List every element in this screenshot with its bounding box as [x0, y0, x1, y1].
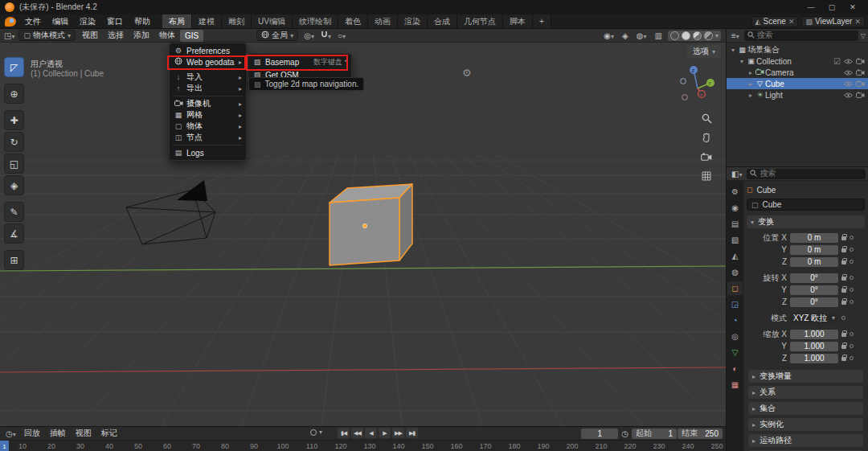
object-name-field[interactable]: ▢ Cube [747, 199, 865, 211]
render-visibility-icon[interactable] [856, 68, 865, 77]
value-field[interactable]: 0 m [790, 245, 838, 255]
lock-icon[interactable] [841, 357, 846, 361]
play-reverse-button[interactable]: ◀ [365, 428, 377, 438]
value-field[interactable]: 0° [790, 273, 838, 283]
render-visibility-icon[interactable] [856, 91, 865, 100]
section-header-运动路径[interactable]: ▸运动路径 [748, 434, 863, 447]
workspace-tab-着色[interactable]: 着色 [338, 14, 368, 28]
timeline-editor-icon[interactable]: ◷▾ [3, 429, 18, 438]
eye-visibility-icon[interactable] [844, 68, 853, 77]
section-header-实例化[interactable]: ▸实例化 [748, 418, 863, 431]
menu-文件[interactable]: 文件 [19, 14, 47, 28]
value-field[interactable]: 0 m [790, 233, 838, 243]
cube-object[interactable] [330, 184, 412, 265]
render-visibility-icon[interactable] [856, 80, 865, 88]
filter-icon[interactable]: ▽ [861, 32, 866, 39]
gis-menu-item-导入[interactable]: ↓导入▸ [170, 72, 246, 83]
keying-controls[interactable]: ▾ [310, 428, 322, 436]
rendered-shading-icon[interactable] [704, 31, 713, 40]
editor-type-icon[interactable]: ◳▾ [2, 31, 17, 40]
outliner-row-light[interactable]: ▸☀Light [727, 89, 868, 100]
view-layer-selector[interactable]: ▧ ViewLayer ✕ [801, 16, 865, 27]
gizmo-neg-axis[interactable] [681, 79, 686, 84]
view-layer-properties-tab[interactable]: ▧ [727, 233, 743, 247]
submenu-item-basemap[interactable]: ▨Basemap数字键盘 * [248, 55, 351, 68]
outliner-row-camera[interactable]: ▸Camera [727, 67, 868, 78]
mode-dropdown-field[interactable]: XYZ 欧拉▾ [790, 314, 838, 323]
section-header-关系[interactable]: ▸关系 [748, 386, 863, 399]
outliner-editor-icon[interactable]: ≡▾ [729, 31, 742, 40]
workspace-tab-动画[interactable]: 动画 [368, 14, 398, 28]
lock-icon[interactable] [841, 236, 846, 240]
workspace-tab-几何节点[interactable]: 几何节点 [457, 14, 503, 28]
value-field[interactable]: 1.000 [790, 354, 838, 363]
unlink-scene-icon[interactable]: ✕ [788, 18, 795, 26]
world-properties-tab[interactable]: ◍ [727, 265, 743, 279]
workspace-tab-UV编辑[interactable]: UV编辑 [252, 14, 293, 28]
workspace-tab-脚本[interactable]: 脚本 [503, 14, 533, 28]
proportional-edit-icon[interactable]: ○▾ [335, 31, 348, 40]
disclosure-arrow-icon[interactable]: ▸ [747, 92, 755, 99]
gis-menu-item-logs[interactable]: ▤Logs [170, 147, 246, 158]
workspace-tab-纹理绘制[interactable]: 纹理绘制 [293, 14, 338, 28]
gis-menu-item-物体[interactable]: ▢物体▸ [170, 121, 246, 132]
menu-渲染[interactable]: 渲染 [74, 14, 101, 28]
value-field[interactable]: 0° [790, 285, 838, 295]
eye-visibility-icon[interactable] [844, 57, 853, 66]
value-field[interactable]: 1.000 [790, 342, 838, 351]
timeline-menu-插帧[interactable]: 插帧 [45, 428, 71, 439]
minimize-button[interactable]: — [800, 0, 821, 14]
scene-selector[interactable]: ◭ Scene ✕ [751, 16, 799, 27]
blender-menu-icon[interactable] [5, 17, 16, 27]
gis-menu-item-导出[interactable]: ↑导出▸ [170, 83, 246, 94]
render-properties-tab[interactable]: ◉ [727, 201, 743, 215]
lock-icon[interactable] [841, 333, 846, 337]
transform-section-header[interactable]: ▾ 变换 [747, 215, 865, 228]
tweak-select-tool[interactable]: ◸ [4, 57, 24, 77]
next-keyframe-button[interactable]: ▶▶ [392, 428, 404, 438]
gis-menu-item-web-geodata[interactable]: Web geodata▸ [170, 56, 246, 68]
animate-decorator-icon[interactable] [841, 316, 845, 320]
ortho-grid-icon[interactable] [700, 170, 713, 182]
object-visibility-icon[interactable]: ◉▾ [601, 31, 616, 40]
eye-visibility-icon[interactable] [844, 91, 853, 100]
animate-decorator-icon[interactable] [850, 236, 854, 240]
workspace-tab-合成[interactable]: 合成 [428, 14, 457, 28]
value-field[interactable]: 0 m [790, 257, 838, 267]
measure-tool[interactable]: ∡ [4, 223, 24, 244]
gis-menu-item-节点[interactable]: ◫节点▸ [170, 132, 246, 143]
xray-toggle-icon[interactable]: ▥ [653, 31, 665, 40]
workspace-tab-雕刻[interactable]: 雕刻 [222, 14, 252, 28]
move-tool[interactable]: ✚ [4, 110, 24, 130]
viewport-menu-选择[interactable]: 选择 [103, 30, 129, 42]
properties-editor-icon[interactable]: ◧▾ [729, 170, 744, 178]
object-data-properties-tab[interactable]: ▽ [727, 346, 743, 359]
zoom-icon[interactable] [700, 112, 713, 125]
play-button[interactable]: ▶ [379, 428, 391, 438]
lock-icon[interactable] [841, 289, 846, 293]
animate-decorator-icon[interactable] [850, 356, 854, 360]
animate-decorator-icon[interactable] [850, 344, 854, 348]
gizmo-neg-axis[interactable] [682, 95, 687, 100]
properties-search-input[interactable]: 搜索 [747, 169, 866, 179]
checkbox-checked-icon[interactable]: ☑ [833, 57, 841, 66]
outliner-row-场景集合[interactable]: ▾▦场景集合 [727, 44, 868, 55]
animate-decorator-icon[interactable] [850, 260, 854, 264]
transform-tool[interactable]: ◈ [4, 175, 24, 195]
menu-窗口[interactable]: 窗口 [101, 14, 129, 28]
close-button[interactable]: ✕ [842, 0, 863, 14]
disclosure-arrow-icon[interactable]: ▾ [738, 58, 746, 65]
current-frame-field[interactable]: 1 [581, 428, 618, 439]
navigation-gizmo[interactable]: Y Z × [666, 60, 714, 109]
animate-decorator-icon[interactable] [850, 276, 854, 280]
magnet-snap-icon[interactable]: ▾ [318, 31, 334, 40]
section-header-变换增量[interactable]: ▸变换增量 [748, 370, 863, 383]
output-properties-tab[interactable]: ▤ [727, 217, 743, 231]
tool-properties-tab[interactable]: ⚙ [727, 185, 743, 199]
section-header-集合[interactable]: ▸集合 [748, 402, 863, 415]
maximize-button[interactable]: ▢ [821, 0, 842, 14]
workspace-tab-+[interactable]: + [533, 14, 551, 28]
timeline-ruler[interactable]: 1 10203040506070809010011012013014015016… [0, 440, 726, 451]
menu-帮助[interactable]: 帮助 [129, 14, 156, 28]
viewport-3d[interactable]: ⚙ 用户透视 (1) Collection | Cube 选项 ▾ ◸⊕✚↻◱◈… [0, 43, 726, 426]
